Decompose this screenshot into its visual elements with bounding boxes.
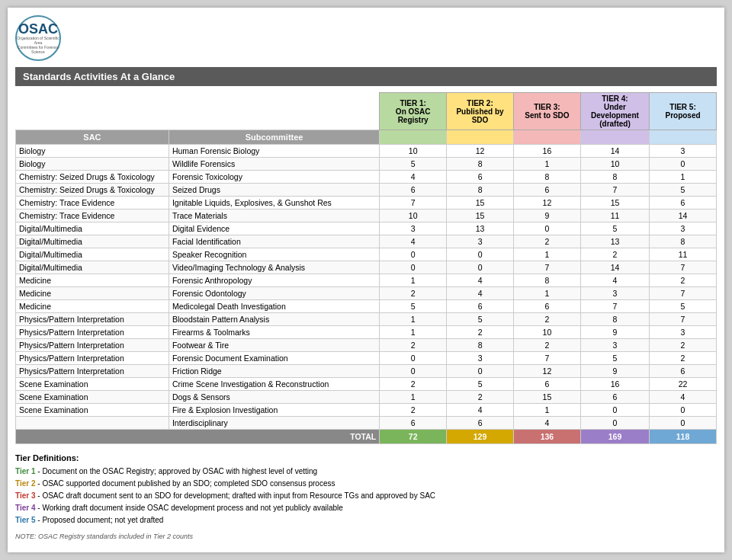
page-title: Standards Activities At a Glance	[15, 67, 717, 86]
tier5-cell: 3	[650, 222, 717, 235]
tier5-cell: 7	[650, 313, 717, 326]
tier5-cell: 7	[650, 261, 717, 274]
sac-cell: Digital/Multimedia	[16, 248, 169, 261]
tier2-cell: 8	[447, 158, 514, 171]
tier1-cell: 4	[380, 235, 447, 248]
tier4-cell: 9	[580, 365, 649, 378]
total-label: TOTAL	[16, 430, 380, 444]
tier5-cell: 2	[650, 274, 717, 287]
tier3-cell: 1	[514, 287, 581, 300]
sac-cell: Scene Examination	[16, 378, 169, 391]
tier2-cell: 4	[447, 287, 514, 300]
tier2-cell: 8	[447, 339, 514, 352]
tier3-def-desc: - OSAC draft document sent to an SDO for…	[36, 491, 436, 500]
definitions: Tier Definitions: Tier 1 - Document on t…	[15, 452, 717, 526]
tier5-cell: 0	[650, 158, 717, 171]
logo-text: OSAC	[18, 22, 58, 36]
table-row: Scene Examination Crime Scene Investigat…	[16, 378, 717, 391]
tier1-cell: 10	[380, 210, 447, 222]
tier5-cell: 0	[650, 417, 717, 430]
tier1-def: Tier 1 - Document on the OSAC Registry; …	[15, 466, 717, 478]
sac-col-header	[16, 93, 169, 130]
tier1-cell: 6	[380, 417, 447, 430]
tier3-cell: 0	[514, 222, 581, 235]
sac-cell: Physics/Pattern Interpretation	[16, 339, 169, 352]
tier1-cell: 2	[380, 339, 447, 352]
tier4-cell: 6	[580, 391, 649, 404]
logo-sub: Organization of Scientific AreaCommittee…	[17, 36, 59, 54]
sac-cell: Physics/Pattern Interpretation	[16, 365, 169, 378]
tier1-cell: 1	[380, 313, 447, 326]
tier3-def-label: Tier 3	[15, 491, 36, 500]
table-row: Biology Wildlife Forensics 5 8 1 10 0	[16, 158, 717, 171]
table-row: Physics/Pattern Interpretation Footwear …	[16, 339, 717, 352]
sac-cell: Digital/Multimedia	[16, 222, 169, 235]
sub-cell: Human Forensic Biology	[169, 145, 379, 158]
tier4-cell: 0	[580, 404, 649, 417]
table-row: Medicine Forensic Odontology 2 4 1 3 7	[16, 287, 717, 300]
tier3-cell: 7	[514, 261, 581, 274]
table-row: Medicine Medicolegal Death Investigation…	[16, 300, 717, 313]
header: OSAC Organization of Scientific AreaComm…	[15, 15, 717, 61]
tier5-cell: 3	[650, 326, 717, 339]
tier2-cell: 8	[447, 184, 514, 197]
tier2-cell: 0	[447, 261, 514, 274]
tier4-cell: 8	[580, 313, 649, 326]
tier3-cell: 4	[514, 417, 581, 430]
tier1-def-desc: - Document on the OSAC Registry; approve…	[36, 467, 318, 475]
tier5-cell: 4	[650, 391, 717, 404]
sac-cell: Digital/Multimedia	[16, 261, 169, 274]
page: OSAC Organization of Scientific AreaComm…	[8, 8, 724, 552]
tier3-cell: 6	[514, 184, 581, 197]
def-title: Tier Definitions:	[15, 452, 717, 466]
sac-cell: Biology	[16, 145, 169, 158]
sub-cell: Fire & Explosion Investigation	[169, 404, 379, 417]
tier4-def-desc: - Working draft document inside OSAC dev…	[36, 504, 343, 512]
tier4-cell: 3	[580, 287, 649, 300]
table-row: Physics/Pattern Interpretation Forensic …	[16, 352, 717, 365]
tier3-cell: 2	[514, 235, 581, 248]
sac-cell: Chemistry: Seized Drugs & Toxicology	[16, 184, 169, 197]
tier1-cell: 2	[380, 287, 447, 300]
tier3-cell: 15	[514, 391, 581, 404]
sub-cell: Digital Evidence	[169, 222, 379, 235]
sub-cell: Facial Identification	[169, 235, 379, 248]
tier4-cell: 11	[580, 210, 649, 222]
tier1-cell: 5	[380, 300, 447, 313]
tier1-cell: 1	[380, 391, 447, 404]
sac-cell: Chemistry: Trace Evidence	[16, 197, 169, 210]
tier3-cell: 2	[514, 313, 581, 326]
tier1-cell: 1	[380, 274, 447, 287]
sac-cell	[16, 417, 169, 430]
sub-cell: Seized Drugs	[169, 184, 379, 197]
table-body: Biology Human Forensic Biology 10 12 16 …	[16, 145, 717, 444]
tier3-cell: 8	[514, 171, 581, 184]
sub-cell: Dogs & Sensors	[169, 391, 379, 404]
tier1-cell: 4	[380, 171, 447, 184]
total-tier4: 169	[580, 430, 649, 444]
tier1-col-label	[380, 130, 447, 145]
tier4-cell: 4	[580, 274, 649, 287]
sub-cell: Forensic Anthropology	[169, 274, 379, 287]
tier2-header: TIER 2:Published by SDO	[447, 93, 514, 130]
tier5-cell: 2	[650, 339, 717, 352]
tier2-cell: 0	[447, 365, 514, 378]
tier1-cell: 0	[380, 248, 447, 261]
table-row: Chemistry: Trace Evidence Ignitable Liqu…	[16, 197, 717, 210]
table-row: Biology Human Forensic Biology 10 12 16 …	[16, 145, 717, 158]
sub-cell: Crime Scene Investigation & Reconstructi…	[169, 378, 379, 391]
table-row: Chemistry: Seized Drugs & Toxicology Sei…	[16, 184, 717, 197]
sub-cell: Video/Imaging Technology & Analysis	[169, 261, 379, 274]
tier3-cell: 1	[514, 158, 581, 171]
tier4-cell: 14	[580, 145, 649, 158]
tier1-cell: 7	[380, 197, 447, 210]
tier4-col-label	[580, 130, 649, 145]
tier4-cell: 7	[580, 184, 649, 197]
tier4-cell: 9	[580, 326, 649, 339]
total-tier1: 72	[380, 430, 447, 444]
tier2-cell: 2	[447, 391, 514, 404]
tier5-cell: 2	[650, 352, 717, 365]
sub-cell: Bloodstain Pattern Analysis	[169, 313, 379, 326]
tier3-cell: 7	[514, 352, 581, 365]
sub-cell: Trace Materials	[169, 210, 379, 222]
